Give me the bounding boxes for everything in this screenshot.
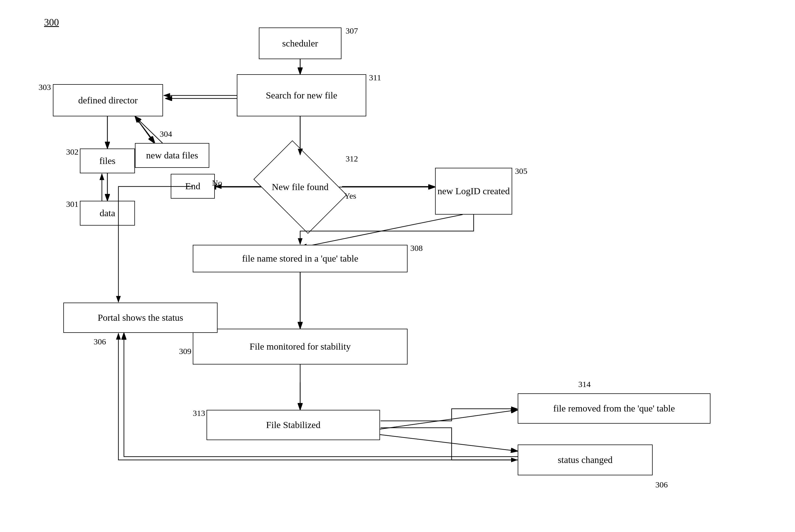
- no-label: No: [212, 178, 222, 188]
- ref-309: 309: [179, 347, 192, 356]
- svg-line-19: [135, 116, 155, 142]
- ref-311: 311: [369, 73, 381, 82]
- ref-305: 305: [515, 167, 527, 176]
- svg-line-13: [380, 435, 518, 451]
- ref-313: 313: [193, 408, 205, 418]
- file-removed-box: file removed from the 'que' table: [518, 393, 710, 424]
- file-stabilized-box: File Stabilized: [206, 410, 380, 440]
- diagram-ref-300: 300: [44, 17, 59, 28]
- portal-shows-box: Portal shows the status: [64, 303, 218, 333]
- svg-line-4: [135, 116, 154, 143]
- svg-line-9: [300, 214, 463, 248]
- scheduler-box: scheduler: [259, 27, 341, 59]
- ref-306: 306: [94, 337, 106, 346]
- ref-304: 304: [160, 129, 172, 139]
- flowchart: 300 scheduler 307 defined director 303 S…: [0, 0, 795, 532]
- ref-314: 314: [578, 380, 591, 389]
- status-changed-box: status changed: [518, 444, 653, 475]
- ref-307: 307: [346, 26, 358, 36]
- new-logid-box: new LogID created: [435, 168, 512, 214]
- yes-label: Yes: [344, 191, 356, 201]
- defined-director-box: defined director: [53, 84, 163, 116]
- ref-312: 312: [346, 154, 358, 164]
- file-name-stored-box: file name stored in a 'que' table: [193, 245, 408, 272]
- ref-302: 302: [66, 147, 78, 156]
- files-box: files: [80, 149, 135, 173]
- svg-line-20: [135, 116, 154, 143]
- new-data-files-box: new data files: [135, 143, 209, 168]
- ref-306b: 306: [655, 480, 668, 489]
- file-monitored-box: File monitored for stability: [193, 329, 408, 364]
- ref-308: 308: [410, 244, 423, 253]
- end-box: End: [171, 174, 215, 198]
- data-box: data: [80, 201, 135, 226]
- ref-301: 301: [66, 200, 78, 209]
- new-file-found-diamond: New file found: [259, 155, 341, 219]
- search-new-file-box: Search for new file: [237, 74, 366, 116]
- svg-line-14: [135, 116, 162, 143]
- svg-line-12: [380, 410, 518, 429]
- ref-303: 303: [39, 82, 51, 92]
